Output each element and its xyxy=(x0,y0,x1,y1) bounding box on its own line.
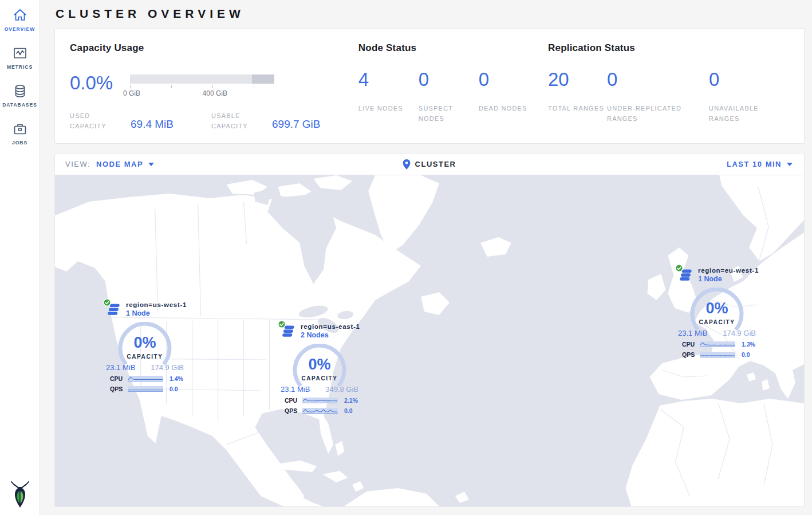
node-count-link[interactable]: 2 Nodes xyxy=(301,331,360,339)
metrics-icon xyxy=(13,46,27,61)
node-count-link[interactable]: 1 Node xyxy=(698,275,759,283)
home-icon xyxy=(13,8,27,23)
sidebar-item-jobs[interactable]: JOBS xyxy=(0,113,40,151)
node-healthy-check-icon xyxy=(675,264,683,274)
cockroach-icon xyxy=(10,481,30,508)
qps-metric-row: QPS 0.0 xyxy=(285,407,362,414)
gauge-percent: 0% xyxy=(689,300,744,317)
node-region-label: region=us-west-1 xyxy=(126,301,187,308)
cpu-metric-row: CPU 1.3% xyxy=(682,340,760,348)
database-icon xyxy=(13,84,27,99)
view-label: VIEW: xyxy=(65,160,90,168)
sidebar-nav: OVERVIEW METRICS DATABASES JOBS xyxy=(0,0,40,151)
briefcase-icon xyxy=(13,121,27,136)
sidebar-item-metrics[interactable]: METRICS xyxy=(0,38,40,76)
gauge-label: CAPACITY xyxy=(292,375,347,382)
capacity-percent: 0.0% xyxy=(70,73,130,97)
cpu-metric-row: CPU 1.4% xyxy=(110,375,188,382)
total-ranges-stat: 20 TOTAL RANGES xyxy=(548,70,607,124)
page-title: CLUSTER OVERVIEW xyxy=(56,7,805,21)
cpu-sparkline xyxy=(302,398,338,403)
cluster-summary-card: Capacity Usage 0.0% 0 GiB 400 GiB USED C… xyxy=(54,28,805,144)
sidebar-item-databases[interactable]: DATABASES xyxy=(0,76,40,113)
cpu-metric-row: CPU 2.1% xyxy=(285,396,362,404)
sidebar-item-overview[interactable]: OVERVIEW xyxy=(0,0,40,38)
gauge-label: CAPACITY xyxy=(117,353,172,360)
panel-title: Capacity Usage xyxy=(70,42,358,54)
panel-title: Node Status xyxy=(358,42,548,54)
gauge-percent: 0% xyxy=(292,356,347,374)
capacity-bar-unusable-segment xyxy=(252,74,274,84)
node-status-panel: Node Status 4 LIVE NODES 0 SUSPECT NODES… xyxy=(358,42,548,143)
capacity-usage-panel: Capacity Usage 0.0% 0 GiB 400 GiB USED C… xyxy=(70,42,358,143)
dead-nodes-stat: 0 DEAD NODES xyxy=(479,70,539,124)
node-healthy-check-icon xyxy=(278,320,286,331)
sidebar-item-label: JOBS xyxy=(0,140,40,146)
replication-status-panel: Replication Status 20 TOTAL RANGES 0 UND… xyxy=(548,42,789,143)
unavailable-ranges-stat: 0 UNAVAILABLE RANGES xyxy=(709,70,789,124)
time-range-selector[interactable]: LAST 10 MIN xyxy=(727,160,793,168)
cpu-sparkline xyxy=(700,341,735,347)
map-toolbar: VIEW: NODE MAP CLUSTER LAST 10 MIN xyxy=(55,154,804,175)
gauge-percent: 0% xyxy=(117,334,172,352)
map-node-us-west-1[interactable]: region=us-west-1 1 Node 0% CAPACITY 23.1… xyxy=(102,301,188,392)
gauge-label: CAPACITY xyxy=(689,319,744,325)
world-map: region=us-west-1 1 Node 0% CAPACITY 23.1… xyxy=(55,175,804,506)
breadcrumb-label: CLUSTER xyxy=(415,160,456,168)
sidebar: OVERVIEW METRICS DATABASES JOBS xyxy=(0,0,40,515)
qps-sparkline xyxy=(128,386,163,392)
usable-capacity-stat: USABLE CAPACITY 699.7 GiB xyxy=(211,111,353,131)
sidebar-item-label: OVERVIEW xyxy=(0,26,40,32)
location-pin-icon xyxy=(403,159,411,170)
node-healthy-check-icon xyxy=(103,298,111,309)
suspect-nodes-stat: 0 SUSPECT NODES xyxy=(419,70,479,124)
qps-sparkline xyxy=(302,408,338,414)
main-content: CLUSTER OVERVIEW Capacity Usage 0.0% 0 G… xyxy=(40,0,812,515)
capacity-gauge: 0% CAPACITY xyxy=(292,344,347,391)
qps-metric-row: QPS 0.0 xyxy=(682,351,760,358)
node-count-link[interactable]: 1 Node xyxy=(126,309,187,317)
view-value: NODE MAP xyxy=(96,160,143,168)
sidebar-item-label: DATABASES xyxy=(0,102,40,108)
chevron-down-icon xyxy=(787,163,793,166)
axis-tick-label: 400 GiB xyxy=(203,89,227,97)
map-node-us-east-1[interactable]: region=us-east-1 2 Nodes 0% CAPACITY 23.… xyxy=(277,323,362,414)
qps-sparkline xyxy=(700,352,735,357)
map-breadcrumb[interactable]: CLUSTER xyxy=(403,159,456,170)
cpu-sparkline xyxy=(128,376,163,382)
live-nodes-stat: 4 LIVE NODES xyxy=(358,70,419,124)
under-replicated-ranges-stat: 0 UNDER-REPLICATED RANGES xyxy=(607,70,709,124)
capacity-axis-ticks xyxy=(130,85,274,89)
node-region-label: region=eu-west-1 xyxy=(698,267,759,274)
panel-title: Replication Status xyxy=(548,42,789,54)
capacity-gauge: 0% CAPACITY xyxy=(689,288,744,335)
capacity-bar: 0 GiB 400 GiB xyxy=(130,74,274,97)
node-map-card: VIEW: NODE MAP CLUSTER LAST 10 MIN xyxy=(54,153,805,507)
view-selector[interactable]: VIEW: NODE MAP xyxy=(65,160,154,168)
qps-metric-row: QPS 0.0 xyxy=(110,385,188,392)
used-capacity-stat: USED CAPACITY 69.4 MiB xyxy=(70,111,211,131)
chevron-down-icon xyxy=(148,163,154,166)
sidebar-item-label: METRICS xyxy=(0,64,40,70)
time-range-label: LAST 10 MIN xyxy=(727,160,782,168)
axis-tick-label: 0 GiB xyxy=(123,89,140,97)
cockroachdb-logo[interactable] xyxy=(10,481,30,510)
capacity-gauge: 0% CAPACITY xyxy=(117,322,172,369)
node-region-label: region=us-east-1 xyxy=(301,323,360,330)
map-node-eu-west-1[interactable]: region=eu-west-1 1 Node 0% CAPACITY 23.1… xyxy=(674,267,760,358)
